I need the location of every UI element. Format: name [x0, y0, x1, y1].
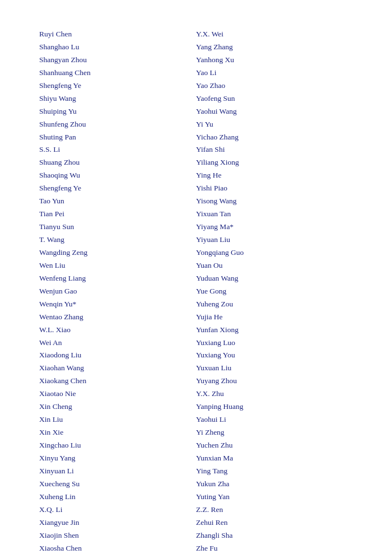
list-item: Xinyuan Li [39, 465, 196, 478]
list-item: Ying He [196, 169, 353, 182]
list-item: Shuiping Yu [39, 105, 196, 118]
list-item: Z.Z. Ren [196, 504, 353, 516]
list-item: Shuting Pan [39, 131, 196, 144]
list-item: Xuecheng Su [39, 478, 196, 491]
list-item: Wen Liu [39, 259, 196, 272]
list-item: Y.X. Wei [196, 28, 353, 41]
list-item: Yixuan Tan [196, 208, 353, 221]
list-item: T. Wang [39, 234, 196, 246]
list-item: Yanping Huang [196, 401, 353, 413]
list-item: Xin Cheng [39, 401, 196, 413]
list-item: Yiyang Ma* [196, 221, 353, 234]
list-item: Yukun Zha [196, 478, 353, 491]
list-item: Shangyan Zhou [39, 54, 196, 67]
list-item: Shanhuang Chen [39, 67, 196, 80]
list-item: Yunfan Xiong [196, 324, 353, 337]
list-item: Yishi Piao [196, 182, 353, 195]
list-item: Yichao Zhang [196, 131, 353, 144]
page-container: Ruyi ChenShanghao LuShangyan ZhouShanhua… [0, 0, 392, 554]
list-item: Wenqin Yu* [39, 298, 196, 311]
list-item: Yi Yu [196, 118, 353, 131]
list-item: Yuxuan Liu [196, 362, 353, 375]
list-item: Yuheng Zou [196, 298, 353, 311]
columns-wrapper: Ruyi ChenShanghao LuShangyan ZhouShanhua… [39, 28, 353, 554]
list-item: Wangding Zeng [39, 246, 196, 259]
list-item: Yaofeng Sun [196, 92, 353, 105]
list-item: Yaohui Wang [196, 105, 353, 118]
list-item: Yaohui Li [196, 413, 353, 426]
list-item: Yuduan Wang [196, 272, 353, 285]
list-item: Yanhong Xu [196, 54, 353, 67]
list-item: Xiaokang Chen [39, 375, 196, 388]
list-item: Yi Zheng [196, 426, 353, 439]
list-item: Yuxiang Luo [196, 337, 353, 350]
list-item: Xuheng Lin [39, 491, 196, 504]
list-item: Xiaojin Shen [39, 529, 196, 542]
list-item: X.Q. Li [39, 504, 196, 516]
list-item: Xiaodong Liu [39, 349, 196, 362]
list-item: Yuxiang You [196, 349, 353, 362]
list-item: Xin Liu [39, 413, 196, 426]
list-item: Ying Tang [196, 465, 353, 478]
list-item: Shunfeng Zhou [39, 118, 196, 131]
list-item: Xiaosha Chen [39, 542, 196, 555]
list-item: S.S. Li [39, 143, 196, 156]
list-item: Tian Pei [39, 208, 196, 221]
list-item: Yuchen Zhu [196, 439, 353, 452]
list-item: Shanghao Lu [39, 41, 196, 54]
list-item: Yiliang Xiong [196, 156, 353, 169]
list-item: Yifan Shi [196, 143, 353, 156]
list-item: Yongqiang Guo [196, 246, 353, 259]
list-item: Yiyuan Liu [196, 234, 353, 246]
list-item: Wenjun Gao [39, 285, 196, 298]
list-item: Yao Zhao [196, 80, 353, 92]
list-item: Yao Li [196, 67, 353, 80]
list-item: Shengfeng Ye [39, 80, 196, 92]
list-item: Xinyu Yang [39, 452, 196, 465]
list-item: Yang Zhang [196, 41, 353, 54]
list-item: Xingchao Liu [39, 439, 196, 452]
list-item: Zehui Ren [196, 516, 353, 529]
list-item: Shuang Zhou [39, 156, 196, 169]
list-item: Yujia He [196, 311, 353, 324]
list-item: Yuan Ou [196, 259, 353, 272]
list-item: Shengfeng Ye [39, 182, 196, 195]
list-item: Xiaohan Wang [39, 362, 196, 375]
list-item: Yuyang Zhou [196, 375, 353, 388]
list-item: Wenfeng Liang [39, 272, 196, 285]
list-item: Shiyu Wang [39, 92, 196, 105]
list-item: Xin Xie [39, 426, 196, 439]
list-item: W.L. Xiao [39, 324, 196, 337]
list-item: Xiangyue Jin [39, 516, 196, 529]
list-item: Tianyu Sun [39, 221, 196, 234]
list-item: Yuting Yan [196, 491, 353, 504]
list-item: Yunxian Ma [196, 452, 353, 465]
list-item: Wei An [39, 337, 196, 350]
list-item: Yisong Wang [196, 195, 353, 208]
list-item: Wentao Zhang [39, 311, 196, 324]
left-column: Ruyi ChenShanghao LuShangyan ZhouShanhua… [39, 28, 196, 554]
right-column: Y.X. WeiYang ZhangYanhong XuYao LiYao Zh… [196, 28, 353, 554]
list-item: Yue Gong [196, 285, 353, 298]
list-item: Tao Yun [39, 195, 196, 208]
list-item: Shaoqing Wu [39, 169, 196, 182]
list-item: Ruyi Chen [39, 28, 196, 41]
list-item: Y.X. Zhu [196, 388, 353, 401]
list-item: Zhe Fu [196, 542, 353, 555]
list-item: Zhangli Sha [196, 529, 353, 542]
list-item: Xiaotao Nie [39, 388, 196, 401]
